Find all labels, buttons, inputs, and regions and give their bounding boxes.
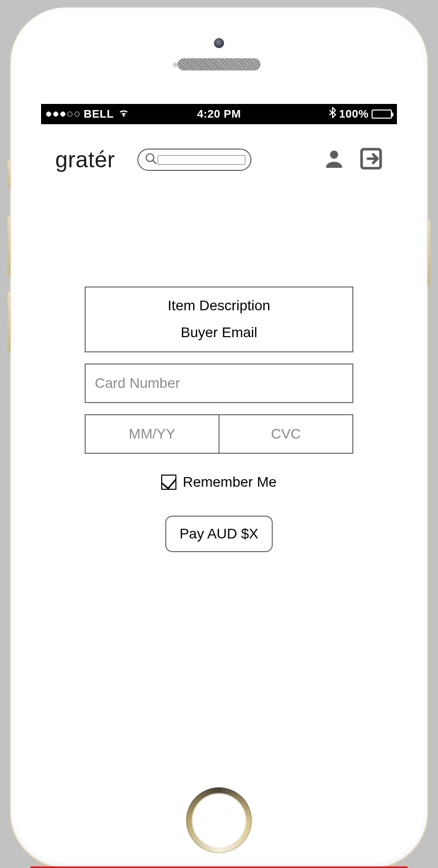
order-info-box: Item Description Buyer Email xyxy=(85,286,353,352)
card-number-input[interactable] xyxy=(95,375,343,391)
card-number-field[interactable] xyxy=(85,364,353,403)
person-icon[interactable] xyxy=(322,147,346,173)
exit-icon[interactable] xyxy=(358,146,384,173)
device-side-button xyxy=(8,215,11,276)
search-field[interactable] xyxy=(158,155,245,165)
search-icon xyxy=(144,152,158,167)
svg-point-2 xyxy=(330,151,338,159)
card-meta-row xyxy=(85,414,353,454)
device-side-button xyxy=(427,221,430,286)
search-input[interactable] xyxy=(137,149,251,171)
remember-me-label: Remember Me xyxy=(182,474,276,490)
cvc-input[interactable] xyxy=(220,426,352,442)
expiry-input[interactable] xyxy=(86,426,218,442)
device-frame: BELL 4:20 PM 100% xyxy=(10,7,428,868)
svg-line-1 xyxy=(153,160,156,164)
pay-button[interactable]: Pay AUD $X xyxy=(165,516,273,552)
remember-me-checkbox[interactable] xyxy=(161,475,176,490)
battery-pct-label: 100% xyxy=(339,107,369,121)
brand-label: gratér xyxy=(55,147,115,172)
device-camera xyxy=(214,38,224,48)
status-bar: BELL 4:20 PM 100% xyxy=(41,104,397,124)
signal-strength-icon xyxy=(46,112,80,117)
device-side-button xyxy=(8,160,11,188)
wifi-icon xyxy=(118,107,130,121)
carrier-label: BELL xyxy=(84,107,114,121)
screen: BELL 4:20 PM 100% xyxy=(41,104,397,771)
bluetooth-icon xyxy=(329,107,336,121)
remember-me-row[interactable]: Remember Me xyxy=(85,474,353,490)
item-description-label: Item Description xyxy=(92,296,346,315)
expiry-field[interactable] xyxy=(86,415,220,453)
device-bezel: BELL 4:20 PM 100% xyxy=(16,13,422,862)
device-speaker xyxy=(177,58,261,70)
device-side-button xyxy=(8,292,11,352)
battery-icon xyxy=(372,110,392,119)
buyer-email-label: Buyer Email xyxy=(92,322,346,342)
checkout-form: Item Description Buyer Email xyxy=(85,286,353,552)
app-header: gratér xyxy=(41,124,397,180)
device-home-button[interactable] xyxy=(186,787,252,853)
clock-label: 4:20 PM xyxy=(197,107,241,120)
cvc-field[interactable] xyxy=(220,415,352,453)
